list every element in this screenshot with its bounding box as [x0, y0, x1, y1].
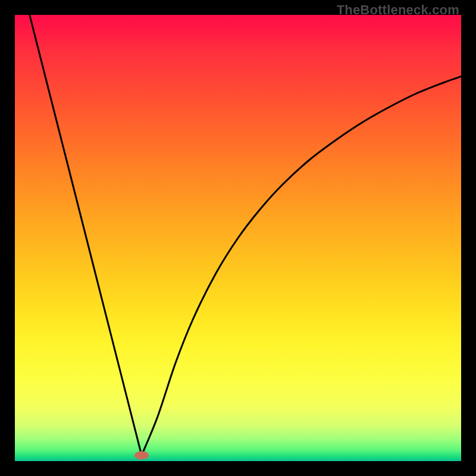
bottleneck-curve: [15, 15, 461, 461]
curve-right-branch: [142, 77, 461, 456]
chart-frame: TheBottleneck.com: [0, 0, 476, 476]
minimum-marker: [134, 451, 149, 459]
watermark-text: TheBottleneck.com: [337, 2, 459, 18]
curve-left-branch: [30, 15, 142, 455]
plot-area: [15, 15, 461, 461]
